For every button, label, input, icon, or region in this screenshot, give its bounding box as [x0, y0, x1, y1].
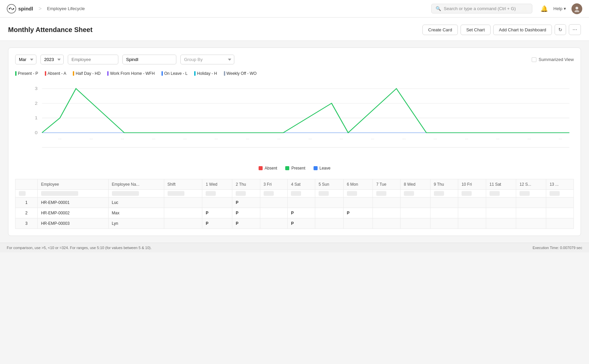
legend-holiday-label: Holiday - H: [197, 71, 217, 76]
emp-id: HR-EMP-00001: [37, 198, 108, 208]
absent-legend-label: Absent: [265, 166, 277, 171]
day-9: [430, 208, 458, 218]
day-7: [373, 218, 400, 229]
help-label: Help: [553, 6, 562, 11]
col-d12: 12 S...: [516, 179, 546, 190]
search-icon: 🔍: [436, 6, 441, 11]
day-10: [458, 198, 486, 208]
emp-name: Luc: [108, 198, 164, 208]
day-6: [343, 198, 373, 208]
legend-weeklyoff-label: Weekly Off - WO: [227, 71, 257, 76]
legend-holiday: Holiday - H: [194, 71, 217, 76]
refresh-button[interactable]: ↻: [555, 24, 566, 35]
topnav-right: 🔔 Help ▾: [540, 3, 582, 14]
day-3: [260, 218, 288, 229]
help-button[interactable]: Help ▾: [553, 6, 566, 11]
svg-text:...: ...: [496, 136, 500, 140]
emp-shift: [164, 208, 202, 218]
day-10: [458, 218, 486, 229]
breadcrumb: Employee Lifecycle: [47, 6, 85, 11]
legend-present: Present - P: [15, 71, 38, 76]
page-title: Monthly Attendance Sheet: [8, 26, 422, 34]
more-options-button[interactable]: ⋯: [569, 24, 581, 35]
day-5: [315, 208, 343, 218]
leave-color-dot: [314, 166, 318, 170]
legend-wfh-label: Work From Home - WFH: [110, 71, 154, 76]
table-row: 3 HR-EMP-00003 Lyn P P P: [16, 218, 574, 229]
summarized-label: Summarized View: [538, 57, 574, 62]
add-chart-button[interactable]: Add Chart to Dashboard: [493, 25, 552, 35]
leave-legend-label: Leave: [320, 166, 331, 171]
create-card-button[interactable]: Create Card: [422, 25, 458, 35]
row-num: 2: [16, 208, 38, 218]
header-actions: Create Card Set Chart Add Chart to Dashb…: [422, 24, 581, 35]
day-11: [486, 208, 516, 218]
company-filter[interactable]: [122, 55, 176, 64]
table-header-row: Employee Employee Na... Shift 1 Wed 2 Th…: [16, 179, 574, 190]
exec-time: Execution Time: 0.007079 sec: [533, 246, 582, 250]
day-3: [260, 198, 288, 208]
day-10: [458, 208, 486, 218]
day-6: [343, 218, 373, 229]
summarized-view-toggle[interactable]: Summarized View: [532, 57, 574, 62]
chart-legend-present: Present: [285, 166, 305, 171]
day-1: P: [202, 218, 232, 229]
col-d1: 1 Wed: [202, 179, 232, 190]
attendance-table: Employee Employee Na... Shift 1 Wed 2 Th…: [15, 179, 574, 229]
main-content: Mar 2023 Group By Summarized View Presen…: [0, 41, 589, 243]
year-select[interactable]: 2023: [40, 55, 64, 64]
row-num: 1: [16, 198, 38, 208]
day-5: [315, 198, 343, 208]
svg-text:...: ...: [559, 136, 562, 140]
day-13: [546, 208, 574, 218]
svg-point-4: [575, 10, 579, 12]
group-by-select[interactable]: Group By: [180, 55, 234, 64]
svg-text:...: ...: [58, 136, 62, 140]
legend-present-label: Present - P: [18, 71, 38, 76]
employee-filter[interactable]: [68, 55, 118, 64]
svg-point-2: [13, 8, 14, 9]
chart-legend-absent: Absent: [259, 166, 277, 171]
svg-text:...: ...: [371, 136, 375, 140]
emp-name: Max: [108, 208, 164, 218]
day-12: [516, 208, 546, 218]
day-8: [400, 208, 430, 218]
chart-legend-leave: Leave: [314, 166, 331, 171]
col-shift: Shift: [164, 179, 202, 190]
summarized-checkbox[interactable]: [532, 57, 536, 62]
day-2: P: [232, 208, 260, 218]
x-axis-ticks: ... ... ... ... ... ... ... ... ... ... …: [58, 136, 562, 140]
day-6: P: [343, 208, 373, 218]
col-d3: 3 Fri: [260, 179, 288, 190]
month-select[interactable]: Mar: [15, 55, 36, 64]
day-4: [288, 198, 315, 208]
svg-text:...: ...: [527, 136, 531, 140]
svg-text:...: ...: [434, 136, 437, 140]
day-7: [373, 208, 400, 218]
col-d10: 10 Fri: [458, 179, 486, 190]
day-13: [546, 198, 574, 208]
day-1: P: [202, 208, 232, 218]
footer-hint: For comparison, use >5, <10 or =324. For…: [7, 246, 152, 250]
notification-bell-icon[interactable]: 🔔: [540, 5, 548, 12]
logo[interactable]: spindl: [7, 4, 33, 13]
svg-text:...: ...: [183, 136, 187, 140]
emp-shift: [164, 198, 202, 208]
day-3: [260, 208, 288, 218]
svg-point-3: [576, 7, 578, 9]
day-7: [373, 198, 400, 208]
day-11: [486, 198, 516, 208]
col-employee-name: Employee Na...: [108, 179, 164, 190]
legend-absent-label: Absent - A: [48, 71, 66, 76]
day-5: [315, 218, 343, 229]
avatar[interactable]: [571, 3, 582, 14]
day-9: [430, 198, 458, 208]
set-chart-button[interactable]: Set Chart: [461, 25, 491, 35]
chart-area: 3 2 1 0 ... ... ... ... ... ...: [15, 81, 574, 169]
col-d13: 13 ...: [546, 179, 574, 190]
emp-id: HR-EMP-00002: [37, 208, 108, 218]
search-bar[interactable]: 🔍 Search or type a command (Ctrl + G): [431, 4, 532, 13]
breadcrumb-separator: >: [38, 6, 41, 12]
svg-text:...: ...: [246, 136, 249, 140]
filters-row: Mar 2023 Group By Summarized View: [15, 55, 574, 64]
